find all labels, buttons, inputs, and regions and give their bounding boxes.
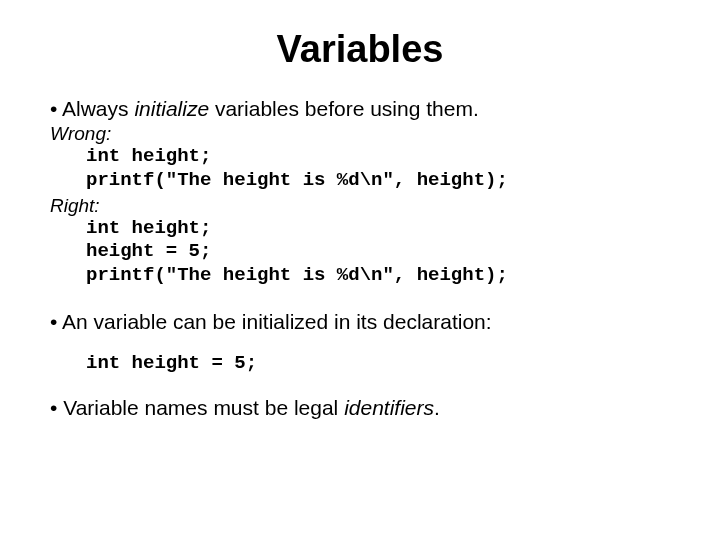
wrong-code: int height; printf("The height is %d\n",… (86, 145, 670, 193)
bullet-dot (50, 97, 62, 120)
bullet-dot (50, 396, 63, 419)
bullet-3-em: identifiers (344, 396, 434, 419)
slide-title: Variables (50, 28, 670, 71)
bullet-1-pre: Always (62, 97, 134, 120)
bullet-3: Variable names must be legal identifiers… (50, 396, 670, 420)
bullet-3-pre: Variable names must be legal (63, 396, 344, 419)
bullet-2: An variable can be initialized in its de… (50, 310, 670, 334)
wrong-label: Wrong: (50, 123, 670, 145)
bullet-dot (50, 310, 62, 333)
decl-code: int height = 5; (86, 352, 670, 374)
bullet-1-em: initialize (134, 97, 209, 120)
bullet-1-post: variables before using them. (209, 97, 479, 120)
bullet-3-post: . (434, 396, 440, 419)
bullet-1: Always initialize variables before using… (50, 97, 670, 121)
right-label: Right: (50, 195, 670, 217)
right-code: int height; height = 5; printf("The heig… (86, 217, 670, 288)
bullet-2-text: An variable can be initialized in its de… (62, 310, 492, 333)
